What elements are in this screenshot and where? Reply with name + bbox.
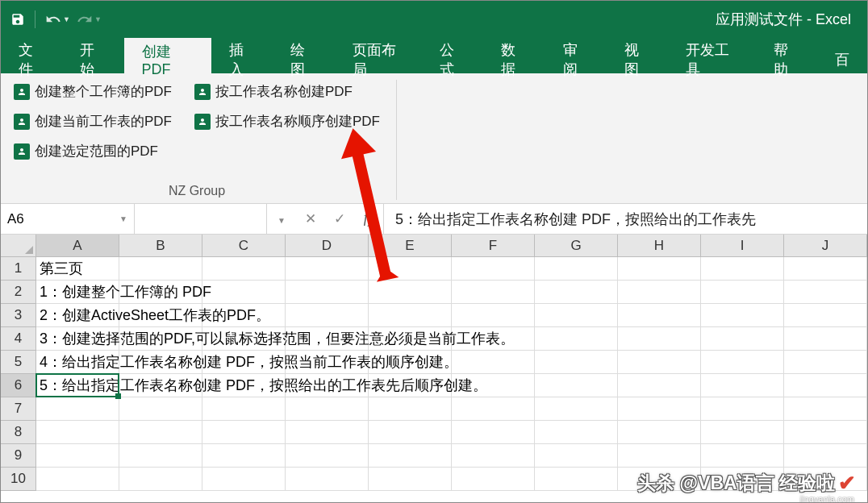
btn-create-workbook-pdf[interactable]: 创建整个工作簿的PDF [12, 80, 173, 103]
cell[interactable] [618, 327, 701, 350]
cell[interactable] [202, 397, 286, 420]
cell[interactable] [535, 327, 618, 350]
tab-help[interactable]: 帮助 [756, 38, 817, 73]
cell[interactable] [701, 304, 784, 326]
cell-A5[interactable]: 4：给出指定工作表名称创建 PDF，按照当前工作表的顺序创建。 [36, 351, 119, 373]
row-header-3[interactable]: 3 [1, 304, 36, 327]
btn-create-by-sheetname-pdf[interactable]: 按工作表名称创建PDF [193, 80, 354, 103]
tab-pagelayout[interactable]: 页面布局 [335, 38, 423, 73]
cell[interactable] [535, 281, 618, 303]
cell[interactable] [119, 397, 202, 420]
cell[interactable] [618, 351, 701, 373]
cell[interactable] [535, 257, 618, 280]
row-header-9[interactable]: 9 [1, 444, 36, 468]
cell-A3[interactable]: 2：创建ActiveSheet工作表的PDF。 [36, 304, 119, 326]
name-box[interactable]: A6 ▼ [1, 204, 135, 234]
cell[interactable] [369, 281, 452, 303]
cell[interactable] [36, 468, 119, 490]
cell[interactable] [701, 351, 784, 373]
redo-button[interactable]: ▼ [75, 10, 103, 29]
row-header-8[interactable]: 8 [1, 421, 36, 444]
cell[interactable] [286, 468, 369, 490]
col-header-F[interactable]: F [452, 235, 535, 256]
cell[interactable] [535, 468, 618, 490]
save-button[interactable] [9, 10, 27, 28]
cell[interactable] [202, 257, 286, 280]
col-header-H[interactable]: H [618, 235, 701, 256]
row-header-6[interactable]: 6 [1, 374, 36, 397]
cell[interactable] [36, 421, 119, 443]
cell[interactable] [369, 468, 452, 490]
col-header-J[interactable]: J [784, 235, 867, 256]
cell[interactable] [535, 374, 618, 397]
tab-developer[interactable]: 开发工具 [668, 38, 756, 73]
cell[interactable] [618, 281, 701, 303]
cell[interactable] [202, 281, 286, 303]
cell[interactable] [119, 444, 202, 467]
tab-draw[interactable]: 绘图 [273, 38, 334, 73]
formula-enter[interactable]: ✓ [325, 210, 354, 227]
cell[interactable] [119, 468, 202, 490]
cell[interactable] [701, 374, 784, 397]
cell-A4[interactable]: 3：创建选择范围的PDF,可以鼠标选择范围，但要注意必须是当前工作表。 [36, 327, 119, 350]
col-header-G[interactable]: G [535, 235, 618, 256]
cell[interactable] [618, 257, 701, 280]
cell[interactable] [286, 397, 369, 420]
col-header-B[interactable]: B [119, 235, 202, 256]
cell[interactable] [784, 421, 867, 443]
btn-create-current-sheet-pdf[interactable]: 创建当前工作表的PDF [12, 110, 173, 133]
cell[interactable] [202, 421, 286, 443]
cell[interactable] [369, 257, 452, 280]
formula-text[interactable]: 5：给出指定工作表名称创建 PDF，按照给出的工作表先 [384, 210, 867, 229]
cell[interactable] [36, 444, 119, 467]
cell[interactable] [535, 351, 618, 373]
cell[interactable] [452, 468, 535, 490]
cell[interactable] [369, 444, 452, 467]
cell[interactable] [286, 304, 369, 326]
col-header-A[interactable]: A [36, 235, 119, 256]
row-header-7[interactable]: 7 [1, 397, 36, 421]
cell[interactable] [701, 444, 784, 467]
tab-formulas[interactable]: 公式 [422, 38, 483, 73]
cell[interactable] [618, 374, 701, 397]
col-header-E[interactable]: E [369, 235, 452, 256]
row-header-1[interactable]: 1 [1, 257, 36, 281]
tab-data[interactable]: 数据 [483, 38, 545, 73]
cell[interactable] [452, 421, 535, 443]
cell[interactable] [452, 304, 535, 326]
cell[interactable] [535, 304, 618, 326]
cell[interactable] [119, 421, 202, 443]
cell[interactable] [369, 304, 452, 326]
row-header-4[interactable]: 4 [1, 327, 36, 351]
col-header-C[interactable]: C [202, 235, 286, 256]
cell[interactable] [784, 374, 867, 397]
tab-createpdf[interactable]: 创建PDF [124, 38, 212, 73]
chevron-down-icon[interactable]: ▼ [119, 214, 127, 223]
cell[interactable] [784, 397, 867, 420]
cell[interactable] [701, 397, 784, 420]
cell-A2[interactable]: 1：创建整个工作簿的 PDF [36, 281, 119, 303]
undo-button[interactable]: ▼ [44, 10, 72, 29]
fx-button[interactable]: fx [354, 210, 383, 229]
cell[interactable] [701, 257, 784, 280]
select-all-triangle[interactable] [1, 235, 36, 257]
tab-insert[interactable]: 插入 [211, 38, 273, 73]
cell[interactable] [286, 281, 369, 303]
cell[interactable] [618, 421, 701, 443]
cell[interactable] [784, 444, 867, 467]
cell[interactable] [452, 281, 535, 303]
cell[interactable] [535, 444, 618, 467]
btn-create-selection-pdf[interactable]: 创建选定范围的PDF [12, 139, 160, 163]
cell[interactable] [701, 421, 784, 443]
cell[interactable] [452, 257, 535, 280]
formula-cancel[interactable]: ✕ [296, 210, 325, 227]
cell[interactable] [784, 281, 867, 303]
cell[interactable] [286, 444, 369, 467]
cell[interactable] [202, 468, 286, 490]
btn-create-by-sheetname-order-pdf[interactable]: 按工作表名称顺序创建PDF [193, 110, 382, 133]
cell[interactable] [286, 421, 369, 443]
cell[interactable] [784, 257, 867, 280]
cell[interactable] [369, 421, 452, 443]
cell[interactable] [202, 444, 286, 467]
col-header-D[interactable]: D [286, 235, 369, 256]
